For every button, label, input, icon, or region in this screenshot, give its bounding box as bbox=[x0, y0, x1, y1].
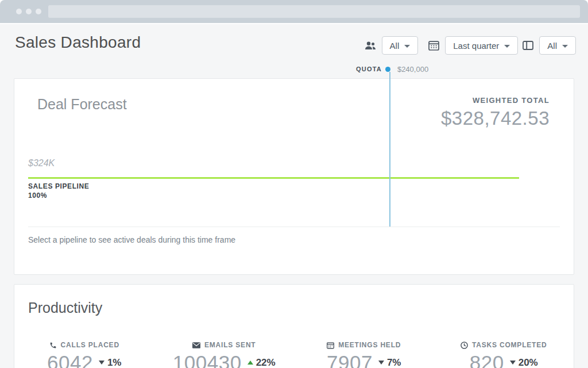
stat-percent: 20% bbox=[519, 357, 538, 368]
date-range-filter-button[interactable]: Last quarter bbox=[445, 36, 518, 55]
chevron-down-icon bbox=[504, 45, 510, 48]
weighted-total-label: WEIGHTED TOTAL bbox=[473, 96, 550, 105]
browser-chrome-bar bbox=[0, 0, 588, 23]
stat-label: EMAILS SENT bbox=[204, 341, 256, 349]
stat-percent: 1% bbox=[107, 357, 122, 368]
productivity-title: Productivity bbox=[28, 300, 102, 316]
stat-value: 100430 bbox=[173, 352, 242, 368]
pipeline-amount-label: $324K bbox=[28, 158, 55, 168]
date-range-filter-label: Last quarter bbox=[453, 41, 499, 51]
stat-label: TASKS COMPLETED bbox=[472, 341, 547, 349]
deal-forecast-title: Deal Forecast bbox=[37, 96, 127, 113]
sales-pipeline-bar[interactable] bbox=[28, 177, 519, 179]
window-control-dots bbox=[16, 9, 41, 14]
arrow-down-icon bbox=[99, 361, 105, 365]
arrow-up-icon bbox=[247, 361, 253, 365]
arrow-down-icon bbox=[510, 361, 516, 365]
sales-pipeline-percent: 100% bbox=[28, 191, 47, 200]
sales-pipeline-name: SALES PIPELINE bbox=[28, 182, 89, 190]
quota-dot-icon bbox=[385, 67, 390, 72]
deal-forecast-card: Deal Forecast WEIGHTED TOTAL $328,742.53… bbox=[14, 78, 574, 275]
calendar-icon bbox=[428, 40, 439, 51]
phone-icon bbox=[49, 342, 57, 349]
pipeline-filter-button[interactable]: All bbox=[539, 36, 576, 55]
stat-label: CALLS PLACED bbox=[61, 341, 119, 349]
dashboard-filters: All Last quarter All bbox=[365, 36, 576, 55]
productivity-stats-row: CALLS PLACED 6042 1% EMAILS SENT 100430 … bbox=[14, 341, 574, 368]
stat-value: 6042 bbox=[47, 352, 93, 368]
window-dot bbox=[26, 9, 32, 14]
address-bar[interactable] bbox=[48, 5, 580, 18]
people-icon bbox=[365, 41, 376, 50]
stat-tasks-completed: TASKS COMPLETED 820 20% bbox=[434, 341, 574, 368]
owner-filter-label: All bbox=[390, 41, 400, 51]
quota-value: $240,000 bbox=[397, 65, 428, 74]
stat-value: 7907 bbox=[327, 352, 373, 368]
stat-label: MEETINGS HELD bbox=[338, 341, 401, 349]
pipeline-filter-label: All bbox=[547, 41, 557, 51]
chevron-down-icon bbox=[562, 45, 568, 48]
quota-marker-line bbox=[389, 72, 390, 227]
calendar-icon bbox=[327, 342, 334, 349]
columns-icon bbox=[523, 41, 533, 50]
quota-legend: QUOTA $240,000 bbox=[356, 64, 428, 74]
stat-calls-placed: CALLS PLACED 6042 1% bbox=[14, 341, 154, 368]
stat-percent: 22% bbox=[256, 357, 276, 368]
productivity-card: Productivity CALLS PLACED 6042 1% EMAILS… bbox=[14, 284, 574, 368]
weighted-total-value: $328,742.53 bbox=[441, 108, 550, 129]
window-dot bbox=[16, 9, 22, 14]
clock-icon bbox=[461, 342, 468, 349]
arrow-down-icon bbox=[378, 361, 384, 365]
window-dot bbox=[36, 9, 41, 14]
stat-emails-sent: EMAILS SENT 100430 22% bbox=[154, 341, 295, 368]
quota-label: QUOTA bbox=[356, 66, 382, 72]
chevron-down-icon bbox=[404, 45, 410, 48]
card-divider bbox=[28, 227, 560, 227]
stat-percent: 7% bbox=[387, 357, 401, 368]
envelope-icon bbox=[192, 342, 200, 348]
page-title: Sales Dashboard bbox=[15, 33, 141, 52]
owner-filter-button[interactable]: All bbox=[382, 36, 419, 55]
stat-value: 820 bbox=[470, 352, 504, 368]
pipeline-helper-text: Select a pipeline to see active deals du… bbox=[28, 235, 235, 244]
stat-meetings-held: MEETINGS HELD 7907 7% bbox=[294, 341, 434, 368]
